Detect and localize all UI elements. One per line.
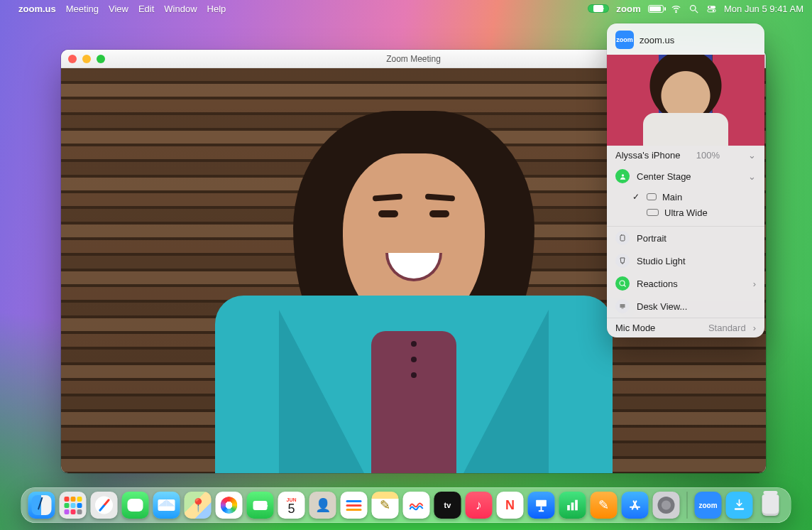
mic-mode-label: Mic Mode [615,323,701,333]
dock-reminders[interactable] [341,492,368,519]
dock-keynote[interactable] [528,492,555,519]
notes-icon: ✎ [380,497,390,513]
camera-icon [593,5,603,12]
menu-window[interactable]: Window [164,4,197,14]
dock-calendar[interactable]: JUN 5 [278,492,305,519]
video-effects-panel: zoom zoom.us Alyssa's iPhone 100% ⌄ Cent… [607,23,764,337]
chevron-right-icon: › [753,323,756,333]
facetime-icon [253,501,268,510]
zoom-dock-icon: zoom [698,502,717,509]
dock-music[interactable]: ♪ [466,492,493,519]
lens-icon [647,193,657,200]
messages-icon [128,499,143,512]
portrait-row[interactable]: Portrait [607,226,764,249]
dock-finder[interactable] [28,492,55,519]
studio-light-row[interactable]: Studio Light [607,249,764,272]
dock: 📍 JUN 5 👤 ✎ tv ♪ N ✎ zoom [21,487,791,523]
camera-preview-thumbnail [607,55,764,146]
desk-view-label: Desk View... [637,301,687,312]
svg-rect-8 [620,235,625,241]
dock-downloads[interactable] [726,492,753,519]
minimize-button[interactable] [82,55,91,63]
svg-rect-24 [735,508,744,510]
fullscreen-button[interactable] [97,55,105,63]
spotlight-menu-extra[interactable] [688,4,699,14]
svg-rect-20 [575,500,578,511]
finder-icon [32,495,52,515]
news-icon: N [505,498,515,513]
dock-numbers[interactable] [559,492,586,519]
desk-view-icon [615,299,630,313]
device-name: Alyssa's iPhone [615,150,689,161]
chevron-down-icon: ⌄ [748,150,756,161]
dock-zoom[interactable]: zoom [695,492,722,519]
svg-line-12 [624,285,626,287]
pages-icon: ✎ [598,497,609,513]
svg-point-1 [690,5,696,11]
menu-help[interactable]: Help [207,4,226,14]
dock-settings[interactable] [653,492,680,519]
downloads-icon [733,498,747,512]
mail-icon [158,499,175,511]
battery-menu-extra[interactable] [648,5,664,13]
checkmark-icon: ✓ [631,192,641,202]
reactions-row[interactable]: Reactions › [607,272,764,295]
lens-label: Main [662,192,682,202]
chevron-right-icon: › [753,278,756,289]
dock-appstore[interactable] [622,492,649,519]
desk-view-row[interactable]: Desk View... [607,295,764,318]
dock-freeform[interactable] [403,492,430,519]
safari-icon [98,499,109,512]
reminders-icon [346,498,362,513]
menu-view[interactable]: View [109,4,128,14]
close-button[interactable] [68,55,77,63]
svg-point-7 [621,174,623,176]
dock-pages[interactable]: ✎ [591,492,618,519]
launchpad-icon [64,497,82,514]
datetime-menu-extra[interactable]: Mon Jun 5 9:41 AM [724,4,803,14]
lens-option-ultra-wide[interactable]: Ultra Wide [615,205,756,220]
panel-app-label: zoom.us [640,35,674,45]
dock-notes[interactable]: ✎ [372,492,399,519]
dock-contacts[interactable]: 👤 [309,492,336,519]
menu-meeting[interactable]: Meeting [66,4,99,14]
chevron-down-icon: ⌄ [748,171,756,182]
dock-facetime[interactable] [247,492,274,519]
device-row[interactable]: Alyssa's iPhone 100% ⌄ [607,146,764,165]
svg-rect-3 [708,6,715,9]
menu-bar: zoom.us Meeting View Edit Window Help zo… [0,0,812,17]
center-stage-icon [615,169,630,183]
music-icon: ♪ [476,498,482,513]
svg-rect-14 [622,308,624,309]
zoom-menu-extra[interactable]: zoom [616,4,641,14]
dock-trash[interactable] [757,492,784,519]
zoom-recording-pill[interactable] [588,4,609,13]
lens-option-main[interactable]: ✓ Main [615,189,756,205]
center-stage-row[interactable]: Center Stage ⌄ [607,165,764,188]
appstore-icon [627,497,643,513]
zoom-app-icon: zoom [615,31,634,49]
dock-photos[interactable] [216,492,243,519]
svg-point-5 [709,6,711,8]
app-menu[interactable]: zoom.us [18,4,56,14]
center-stage-label: Center Stage [637,171,741,182]
svg-rect-18 [567,505,570,510]
svg-point-0 [676,11,676,12]
svg-point-11 [620,281,625,286]
dock-news[interactable]: N [497,492,524,519]
dock-messages[interactable] [122,492,149,519]
mic-mode-row[interactable]: Mic Mode Standard › [607,318,764,337]
trash-icon [762,494,779,516]
dock-maps[interactable]: 📍 [185,492,212,519]
dock-mail[interactable] [153,492,180,519]
portrait-icon [615,231,630,245]
freeform-icon [408,497,425,514]
dock-safari[interactable] [91,492,118,519]
menu-edit[interactable]: Edit [138,4,154,14]
control-center-menu-extra[interactable] [706,4,717,14]
window-title: Zoom Meeting [386,54,441,64]
svg-rect-4 [708,9,715,12]
dock-launchpad[interactable] [60,492,87,519]
dock-tv[interactable]: tv [434,492,461,519]
wifi-menu-extra[interactable] [671,4,681,14]
